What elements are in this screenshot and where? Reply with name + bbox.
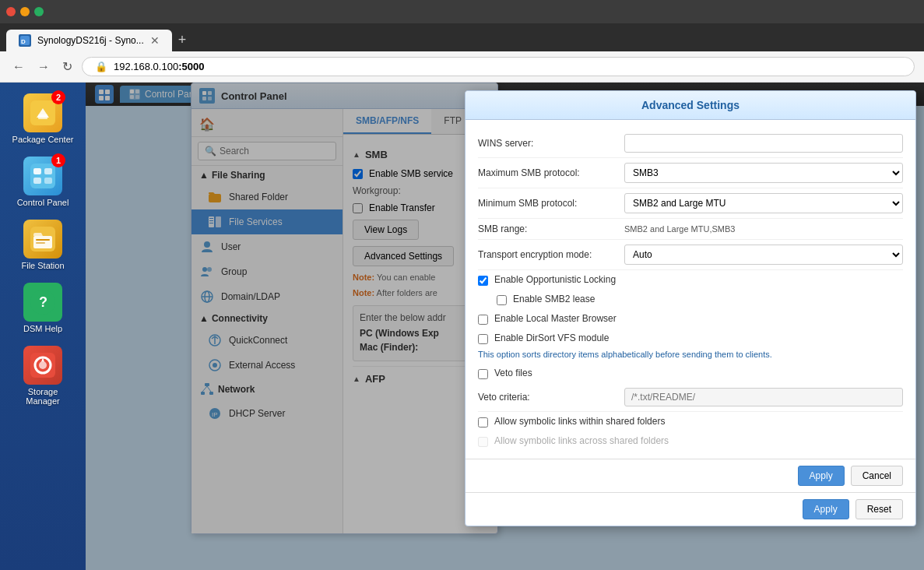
svg-rect-12 bbox=[36, 242, 45, 244]
modal-body: WINS server: Maximum SMB protocol: SMB1 … bbox=[466, 120, 915, 459]
smb-range-row: SMB range: SMB2 and Large MTU,SMB3 bbox=[478, 219, 903, 240]
modal-title: Advanced Settings bbox=[641, 99, 740, 111]
wins-server-input[interactable] bbox=[624, 134, 903, 153]
veto-files-row: Veto files bbox=[478, 364, 903, 383]
transport-select[interactable]: Auto Disabled Enabled bbox=[624, 245, 903, 265]
control-panel-badge: 1 bbox=[51, 153, 65, 167]
forward-button[interactable]: → bbox=[34, 57, 53, 77]
tab-favicon: D bbox=[19, 34, 31, 47]
modal-apply-button2[interactable]: Apply bbox=[803, 499, 849, 519]
svg-text:?: ? bbox=[39, 294, 47, 310]
dsm-content-area: Control Panel Control Panel bbox=[86, 83, 924, 570]
smb2-lease-label: Enable SMB2 lease bbox=[513, 294, 595, 304]
modal-overlay: Advanced Settings WINS server: Maximum S… bbox=[86, 83, 924, 570]
dsm-help-icon: ? bbox=[23, 283, 62, 322]
min-smb-label: Minimum SMB protocol: bbox=[478, 198, 618, 209]
smb2-lease-row: Enable SMB2 lease bbox=[478, 290, 903, 309]
svg-point-17 bbox=[39, 361, 47, 369]
allow-symlinks-checkbox[interactable] bbox=[478, 417, 488, 428]
file-station-label: File Station bbox=[21, 261, 64, 270]
storage-manager-label: Storage Manager bbox=[11, 387, 76, 406]
storage-manager-icon bbox=[23, 346, 62, 385]
min-smb-select[interactable]: SMB1 SMB2 SMB2 and Large MTU SMB3 bbox=[624, 193, 903, 213]
smb2-lease-checkbox[interactable] bbox=[497, 295, 507, 305]
dirsort-checkbox[interactable] bbox=[478, 334, 488, 344]
veto-files-label: Veto files bbox=[494, 368, 532, 378]
transport-row: Transport encryption mode: Auto Disabled… bbox=[478, 240, 903, 270]
dsm-taskbar: 2 Package Center 1 Control Panel bbox=[0, 83, 86, 570]
opp-locking-label: Enable Opportunistic Locking bbox=[494, 274, 616, 285]
wins-server-label: WINS server: bbox=[478, 138, 618, 149]
control-panel-icon: 1 bbox=[23, 157, 62, 195]
tab-title: SynologyDS216j - Syno... bbox=[37, 35, 144, 46]
security-icon: 🔒 bbox=[95, 61, 107, 72]
active-tab[interactable]: D SynologyDS216j - Syno... ✕ bbox=[6, 30, 172, 51]
allow-symlinks-across-label: Allow symbolic links across shared folde… bbox=[494, 435, 669, 446]
dirsort-row: Enable DirSort VFS module bbox=[478, 329, 903, 348]
svg-rect-4 bbox=[30, 164, 55, 188]
allow-symlinks-label: Allow symbolic links within shared folde… bbox=[494, 416, 665, 427]
local-master-checkbox[interactable] bbox=[478, 315, 488, 325]
modal-footer2: Apply Reset bbox=[466, 492, 915, 526]
smb-range-label: SMB range: bbox=[478, 223, 618, 234]
browser-toolbar: ← → ↻ 🔒 192.168.0.100:5000 bbox=[0, 51, 924, 83]
package-center-icon: 2 bbox=[23, 93, 62, 132]
app-icon-package-center[interactable]: 2 Package Center bbox=[6, 89, 80, 149]
svg-rect-5 bbox=[33, 168, 41, 174]
app-icon-storage-manager[interactable]: Storage Manager bbox=[6, 341, 80, 410]
address-text: 192.168.0.100:5000 bbox=[114, 61, 204, 72]
svg-rect-8 bbox=[44, 178, 52, 184]
max-smb-row: Maximum SMB protocol: SMB1 SMB2 SMB2 and… bbox=[478, 158, 903, 188]
modal-cancel-button[interactable]: Cancel bbox=[851, 466, 903, 486]
dirsort-note: This option sorts directory items alphab… bbox=[478, 348, 903, 364]
dsm-help-label: DSM Help bbox=[23, 324, 62, 333]
svg-rect-3 bbox=[38, 114, 47, 119]
svg-text:D: D bbox=[21, 38, 26, 45]
browser-chrome bbox=[0, 0, 924, 23]
opp-locking-checkbox[interactable] bbox=[478, 276, 488, 286]
veto-criteria-input[interactable] bbox=[624, 388, 903, 406]
max-smb-select[interactable]: SMB1 SMB2 SMB2 and Large MTU SMB3 bbox=[624, 163, 903, 183]
modal-apply-button[interactable]: Apply bbox=[798, 466, 845, 486]
file-station-icon bbox=[23, 220, 62, 259]
local-master-label: Enable Local Master Browser bbox=[494, 313, 617, 324]
modal-footer: Apply Cancel bbox=[466, 459, 915, 492]
svg-rect-7 bbox=[33, 178, 41, 184]
app-icon-file-station[interactable]: File Station bbox=[6, 215, 80, 275]
new-tab-button[interactable]: + bbox=[172, 29, 193, 51]
local-master-row: Enable Local Master Browser bbox=[478, 309, 903, 329]
svg-rect-6 bbox=[44, 168, 52, 174]
browser-tab-bar: D SynologyDS216j - Syno... ✕ + bbox=[0, 23, 924, 51]
allow-symlinks-across-row: Allow symbolic links across shared folde… bbox=[478, 431, 903, 451]
transport-label: Transport encryption mode: bbox=[478, 249, 618, 260]
opp-locking-row: Enable Opportunistic Locking bbox=[478, 270, 903, 290]
dsm-shell: 2 Package Center 1 Control Panel bbox=[0, 83, 924, 570]
allow-symlinks-row: Allow symbolic links within shared folde… bbox=[478, 412, 903, 431]
advanced-settings-modal: Advanced Settings WINS server: Maximum S… bbox=[465, 90, 916, 526]
app-icon-control-panel[interactable]: 1 Control Panel bbox=[6, 152, 80, 212]
refresh-button[interactable]: ↻ bbox=[59, 56, 76, 77]
wins-server-row: WINS server: bbox=[478, 129, 903, 158]
tab-close-button[interactable]: ✕ bbox=[150, 34, 160, 47]
address-bar[interactable]: 🔒 192.168.0.100:5000 bbox=[82, 57, 915, 76]
svg-rect-11 bbox=[36, 239, 50, 241]
dirsort-label: Enable DirSort VFS module bbox=[494, 332, 609, 343]
back-button[interactable]: ← bbox=[9, 57, 28, 77]
max-smb-label: Maximum SMB protocol: bbox=[478, 167, 618, 178]
veto-criteria-label: Veto criteria: bbox=[478, 392, 618, 403]
smb-range-value: SMB2 and Large MTU,SMB3 bbox=[624, 224, 903, 234]
modal-header: Advanced Settings bbox=[466, 91, 915, 120]
control-panel-label: Control Panel bbox=[17, 198, 69, 207]
package-center-label: Package Center bbox=[12, 135, 74, 144]
allow-symlinks-across-checkbox[interactable] bbox=[478, 437, 488, 447]
app-icon-dsm-help[interactable]: ? DSM Help bbox=[6, 278, 80, 338]
veto-criteria-row: Veto criteria: bbox=[478, 383, 903, 412]
veto-files-checkbox[interactable] bbox=[478, 369, 488, 379]
package-center-badge: 2 bbox=[51, 90, 65, 104]
min-smb-row: Minimum SMB protocol: SMB1 SMB2 SMB2 and… bbox=[478, 188, 903, 219]
modal-reset-button[interactable]: Reset bbox=[855, 499, 903, 519]
